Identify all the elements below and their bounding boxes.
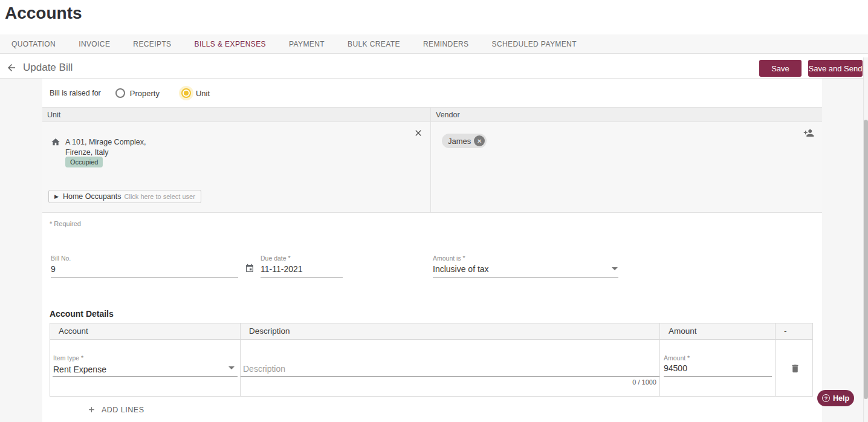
plus-icon (87, 405, 96, 414)
account-details-title: Account Details (50, 309, 114, 319)
row-actions-cell (776, 339, 812, 396)
bill-raised-for-row: Bill is raised for Property Unit (50, 86, 232, 100)
home-occupants-expander[interactable]: ▶ Home Occupants Click here to select us… (48, 190, 201, 203)
tab-scheduled-payment[interactable]: SCHEDULED PAYMENT (481, 34, 588, 53)
tab-bills-expenses[interactable]: BILLS & EXPENSES (183, 34, 277, 53)
amount-is-label: Amount is * (433, 255, 465, 262)
item-type-label: Item type * (53, 354, 83, 362)
account-cell: Item type * Rent Expense (50, 339, 241, 396)
help-label: Help (833, 394, 849, 403)
due-date-input[interactable] (261, 264, 343, 278)
description-underline (241, 376, 659, 377)
description-input[interactable] (243, 364, 654, 374)
save-button[interactable]: Save (759, 60, 802, 77)
add-lines-label: ADD LINES (102, 406, 144, 414)
tab-bulk-create[interactable]: BULK CREATE (336, 34, 412, 53)
required-note: * Required (50, 220, 81, 227)
amount-is-dropdown-icon[interactable] (612, 267, 618, 270)
vendor-chip-name: James (448, 137, 471, 146)
amount-field-label: Amount * (664, 354, 690, 362)
amount-cell: Amount * (660, 339, 776, 396)
update-bill-toolbar (0, 54, 868, 79)
question-mark-icon: ? (822, 394, 830, 402)
column-header-actions: - (776, 323, 812, 339)
accounts-page: Accounts QUOTATION INVOICE RECEIPTS BILL… (0, 0, 868, 422)
item-type-underline (53, 376, 238, 377)
item-type-dropdown-icon[interactable] (228, 366, 235, 369)
vendor-panel-header: Vendor (431, 107, 822, 122)
vendor-chip: James ✕ (442, 134, 487, 148)
help-button[interactable]: ? Help (817, 390, 854, 406)
unit-radio[interactable] (181, 88, 191, 98)
table-header-row: Account Description Amount - (50, 323, 812, 339)
accounts-tabbar: QUOTATION INVOICE RECEIPTS BILLS & EXPEN… (0, 34, 868, 54)
column-header-description: Description (241, 323, 660, 339)
delete-row-icon[interactable] (790, 363, 800, 374)
due-date-label: Due date * (261, 255, 291, 262)
table-row: Item type * Rent Expense 0 / 1000 Amount… (50, 339, 812, 396)
unit-address-line1: A 101, Mirage Complex, (65, 137, 146, 148)
amount-underline (664, 376, 772, 377)
unit-panel-body: A 101, Mirage Complex, Firenze, Italy Oc… (42, 122, 431, 213)
account-details-table: Account Description Amount - Item type *… (50, 323, 813, 397)
page-title: Accounts (5, 4, 82, 23)
save-and-send-button[interactable]: Save and Send (808, 60, 863, 77)
bill-no-input[interactable] (51, 264, 238, 278)
vendor-chip-remove-icon[interactable]: ✕ (474, 135, 485, 146)
home-occupants-label: Home Occupants (63, 192, 121, 201)
vertical-scrollbar-track[interactable] (863, 57, 868, 422)
column-header-account: Account (50, 323, 241, 339)
home-occupants-hint: Click here to select user (125, 193, 195, 200)
bill-raised-for-label: Bill is raised for (50, 89, 101, 97)
unit-panel: Unit A 101, Mirage Complex, Firenze, Ita… (42, 107, 431, 213)
amount-is-select[interactable]: Inclusive of tax (433, 264, 618, 278)
item-type-select[interactable]: Rent Expense (53, 365, 106, 374)
tab-quotation[interactable]: QUOTATION (0, 34, 67, 53)
expander-triangle-icon: ▶ (54, 193, 59, 200)
tab-payment[interactable]: PAYMENT (277, 34, 336, 53)
vendor-panel: Vendor James ✕ (431, 107, 822, 213)
remove-unit-icon[interactable] (413, 128, 423, 138)
property-radio[interactable] (115, 88, 125, 98)
occupied-status-badge: Occupied (65, 157, 103, 167)
unit-radio-label[interactable]: Unit (196, 89, 210, 98)
home-icon (51, 137, 60, 147)
add-lines-button[interactable]: ADD LINES (87, 405, 144, 414)
char-counter: 0 / 1000 (632, 378, 656, 386)
vertical-scrollbar-thumb[interactable] (864, 120, 868, 399)
calendar-icon[interactable] (245, 264, 254, 273)
property-radio-label[interactable]: Property (130, 89, 160, 98)
back-arrow-icon[interactable] (6, 62, 17, 73)
bill-no-label: Bill No. (51, 255, 71, 262)
unit-panel-header: Unit (42, 107, 431, 122)
column-header-amount: Amount (660, 323, 776, 339)
tab-invoice[interactable]: INVOICE (67, 34, 121, 53)
tab-receipts[interactable]: RECEIPTS (121, 34, 183, 53)
tab-reminders[interactable]: REMINDERS (412, 34, 481, 53)
vendor-panel-body: James ✕ (431, 122, 822, 213)
description-cell: 0 / 1000 (241, 339, 660, 396)
update-bill-title: Update Bill (23, 62, 73, 74)
amount-input[interactable] (664, 363, 771, 373)
add-vendor-icon[interactable] (803, 128, 814, 138)
unit-address: A 101, Mirage Complex, Firenze, Italy (65, 137, 146, 158)
